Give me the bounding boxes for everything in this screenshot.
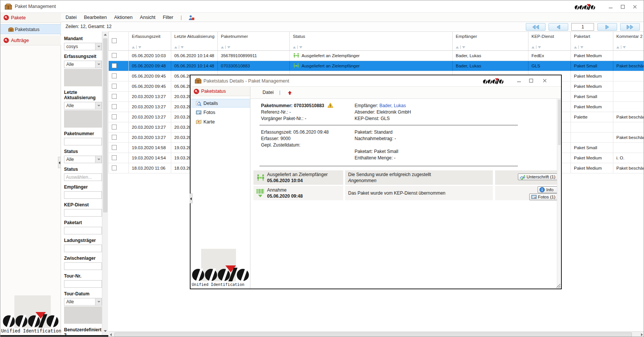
dialog-menu-datei[interactable]: Datei [263, 90, 274, 95]
scroll-down-icon[interactable] [104, 330, 107, 332]
column-header-empfaenger[interactable]: Empfänger [453, 32, 528, 50]
row-checkbox[interactable] [112, 155, 117, 160]
ladungstraeger-input[interactable] [64, 245, 102, 252]
tour-datum-range-box[interactable] [64, 306, 102, 324]
cell-kommentar-2 [613, 71, 644, 81]
paketart-line: Paketart: Standard [355, 129, 398, 136]
sort-icons[interactable] [293, 45, 302, 48]
empfaenger-input[interactable] [64, 191, 102, 199]
sort-icons[interactable] [616, 45, 626, 48]
erfassungszeit-select[interactable]: Alle [64, 61, 102, 68]
erfassungszeit-range-box[interactable] [64, 69, 102, 86]
paketart-input[interactable] [64, 227, 102, 234]
status-select[interactable]: Alle [64, 156, 102, 163]
column-header-erfassungszeit[interactable]: Erfassungszeit [129, 32, 171, 50]
sidebar-item-auftraege[interactable]: Aufträge [0, 36, 61, 45]
dialog-splitter-handle[interactable] [190, 193, 192, 203]
info-button[interactable]: Info [538, 186, 558, 193]
tour-datum-select[interactable]: Alle [64, 298, 102, 306]
user-action-icon[interactable] [188, 15, 195, 20]
letzte-aktualisierung-range-box[interactable] [64, 110, 102, 128]
resize-grip-icon[interactable] [555, 283, 561, 288]
dialog-nav-details[interactable]: Details [191, 99, 250, 108]
row-checkbox[interactable] [112, 135, 117, 140]
sort-icons[interactable] [531, 45, 541, 48]
row-checkbox[interactable] [112, 145, 117, 150]
empfaenger-link[interactable]: Bader, Lukas [379, 103, 406, 108]
dialog-scrollbar-thumb[interactable] [558, 100, 561, 145]
filter-scrollbar[interactable] [102, 31, 108, 335]
dialog-nav-karte[interactable]: Karte [191, 118, 250, 126]
kep-dienst-input[interactable] [64, 209, 102, 217]
column-header-letzte-aktualisierung[interactable]: Letzte Aktualisierung [171, 32, 218, 50]
next-page-button[interactable] [597, 23, 617, 31]
dialog-minimize-button[interactable] [514, 77, 524, 84]
cell-kommentar-2: Paket beschädigt [613, 163, 644, 173]
letzte-aktualisierung-select[interactable]: Alle [64, 102, 102, 109]
scroll-right-icon[interactable] [641, 333, 643, 336]
column-header-paketnummer[interactable]: Paketnummer [218, 32, 290, 50]
cell-erfassungszeit: 19.03.2020 14:54 [129, 153, 171, 163]
row-checkbox[interactable] [112, 114, 117, 119]
barcode-scan-icon [256, 188, 264, 198]
close-button[interactable] [630, 3, 640, 10]
dialog-nav-paketstatus[interactable]: Paketstatus [191, 87, 250, 96]
table-row[interactable]: 05.06.2020 10:03 05.06.2020 10:14:48 356… [109, 51, 644, 61]
menu-bearbeiten[interactable]: Bearbeiten [84, 13, 107, 22]
column-header-kep-dienst[interactable]: KEP-Dienst [528, 32, 571, 50]
main-titlebar: Paket Management [0, 0, 644, 13]
row-checkbox[interactable] [112, 104, 117, 109]
column-header-paketart[interactable]: Paketart [571, 32, 613, 50]
table-row[interactable]: 05.06.2020 09:48 05.06.2020 10:14:48 070… [109, 61, 644, 71]
status-history: Ausgeliefert an Zielempfänger 05.06.2020… [253, 170, 560, 201]
select-all-checkbox[interactable] [112, 38, 117, 43]
paketnummer-input[interactable] [64, 138, 102, 145]
menu-aktionen[interactable]: Aktionen [114, 13, 133, 22]
menu-datei[interactable]: Datei [66, 13, 77, 22]
column-header-kommentar-2[interactable]: Kommentar 2 [613, 32, 644, 50]
row-checkbox[interactable] [112, 53, 117, 58]
zwischenlager-input[interactable] [64, 262, 102, 270]
dialog-maximize-button[interactable] [526, 77, 536, 84]
menu-filter[interactable]: Filter [163, 13, 174, 22]
cell-kommentar-2: Paket beschädigt [613, 61, 644, 71]
row-checkbox[interactable] [112, 94, 117, 99]
filter-scrollbar-thumb[interactable] [103, 38, 108, 212]
minimize-button[interactable] [606, 3, 616, 10]
chevron-down-icon [95, 298, 102, 305]
horizontal-scrollbar-thumb[interactable] [114, 332, 632, 337]
row-checkbox[interactable] [112, 63, 117, 68]
horizontal-scrollbar[interactable] [108, 331, 644, 337]
unterschrift-button[interactable]: Unterschrift (1) [518, 173, 558, 180]
status-multi-input[interactable] [64, 173, 102, 181]
dialog-scrollbar[interactable] [557, 99, 561, 289]
row-checkbox[interactable] [112, 73, 117, 78]
dialog-titlebar: Paketstatus Details - Paket Management [191, 75, 561, 87]
export-icon[interactable] [287, 90, 293, 96]
last-page-button[interactable] [620, 23, 640, 31]
sort-icons[interactable] [456, 45, 465, 48]
dialog-close-button[interactable] [540, 77, 550, 84]
sort-icons[interactable] [174, 45, 184, 48]
tour-nr-input[interactable] [64, 280, 102, 288]
row-checkbox[interactable] [112, 165, 117, 170]
row-checkbox[interactable] [112, 125, 117, 129]
first-page-button[interactable] [526, 23, 546, 31]
fotos-button[interactable]: Fotos (1) [529, 193, 558, 200]
sort-icons[interactable] [574, 45, 583, 48]
page-number-box[interactable]: 1 [571, 23, 594, 31]
scroll-left-icon[interactable] [110, 333, 112, 336]
sidebar-item-pakete[interactable]: Pakete [0, 13, 61, 23]
menu-ansicht[interactable]: Ansicht [140, 13, 155, 22]
column-header-status[interactable]: Status [290, 32, 453, 50]
scroll-up-icon[interactable] [104, 34, 107, 36]
sort-icons[interactable] [132, 45, 141, 48]
sidebar-splitter-handle[interactable] [58, 157, 61, 168]
row-checkbox[interactable] [112, 84, 117, 89]
dialog-nav-fotos[interactable]: Fotos [191, 108, 250, 117]
sort-icons[interactable] [221, 45, 230, 48]
mandant-select[interactable]: cosys [64, 43, 102, 50]
sidebar-item-paketstatus[interactable]: Paketstatus [0, 24, 61, 34]
prev-page-button[interactable] [549, 23, 568, 31]
maximize-button[interactable] [618, 3, 628, 10]
